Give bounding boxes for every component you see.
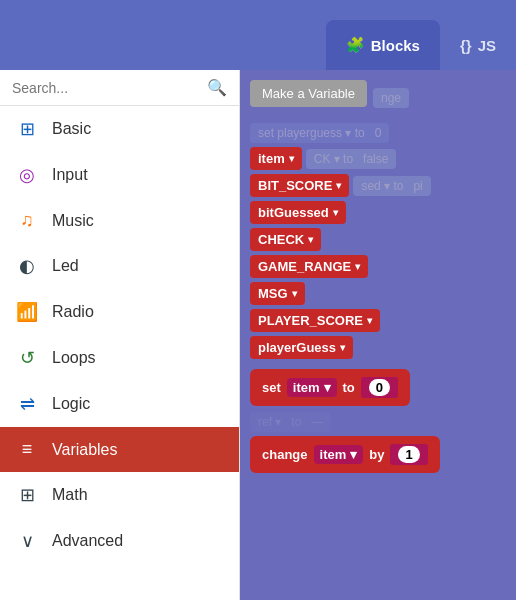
var-arrow-playerscore: ▾ [367, 315, 372, 326]
search-icon: 🔍 [207, 78, 227, 97]
search-input[interactable] [12, 80, 207, 96]
sidebar-item-led[interactable]: ◐ Led [0, 243, 239, 289]
change-var-dropdown[interactable]: item ▾ [314, 445, 364, 464]
sidebar-item-advanced[interactable]: ∨ Advanced [0, 518, 239, 564]
var-label-msg: MSG [258, 286, 288, 301]
tab-blocks-label: Blocks [371, 37, 420, 54]
set-var-name: item [293, 380, 320, 395]
change-prefix: change [262, 447, 308, 462]
ghost-sed-label: sed ▾ to pi [353, 176, 430, 196]
ghost-ck-label: CK ▾ to false [306, 149, 397, 169]
change-block-row: change item ▾ by 1 [250, 436, 506, 479]
sidebar-label-input: Input [52, 166, 88, 184]
sidebar-item-logic[interactable]: ⇌ Logic [0, 381, 239, 427]
sidebar-label-variables: Variables [52, 441, 118, 459]
sidebar-item-basic[interactable]: ⊞ Basic [0, 106, 239, 152]
var-row-playerguess: playerGuess ▾ [250, 336, 506, 359]
var-row-playerscore: PLAYER_SCORE ▾ [250, 309, 506, 332]
var-label-playerguess: playerGuess [258, 340, 336, 355]
var-button-bitguessed[interactable]: bitGuessed ▾ [250, 201, 346, 224]
set-to-label: to [343, 380, 355, 395]
led-icon: ◐ [16, 255, 38, 277]
tab-javascript[interactable]: {} JS [440, 20, 516, 70]
sidebar-label-music: Music [52, 212, 94, 230]
sidebar-label-loops: Loops [52, 349, 96, 367]
ghost-mid-block: ref ▾ to — [250, 412, 331, 432]
set-value-chip: 0 [361, 377, 398, 398]
sidebar-item-variables[interactable]: ≡ Variables [0, 427, 239, 472]
var-arrow-bitscore: ▾ [336, 180, 341, 191]
logic-icon: ⇌ [16, 393, 38, 415]
var-label-playerscore: PLAYER_SCORE [258, 313, 363, 328]
basic-icon: ⊞ [16, 118, 38, 140]
blocks-icon: 🧩 [346, 36, 365, 54]
tab-javascript-label: JS [478, 37, 496, 54]
change-value-num: 1 [398, 446, 419, 463]
ghost-block-set: set playerguess ▾ to 0 [250, 123, 389, 143]
var-button-msg[interactable]: MSG ▾ [250, 282, 305, 305]
math-icon: ⊞ [16, 484, 38, 506]
var-row-msg: MSG ▾ [250, 282, 506, 305]
advanced-icon: ∨ [16, 530, 38, 552]
music-icon: ♫ [16, 210, 38, 231]
var-row-gamerange: GAME_RANGE ▾ [250, 255, 506, 278]
var-button-playerscore[interactable]: PLAYER_SCORE ▾ [250, 309, 380, 332]
var-button-playerguess[interactable]: playerGuess ▾ [250, 336, 353, 359]
var-button-check[interactable]: CHECK ▾ [250, 228, 321, 251]
set-item-block[interactable]: set item ▾ to 0 [250, 369, 410, 406]
sidebar-label-math: Math [52, 486, 88, 504]
var-row-bitscore: BIT_SCORE ▾ sed ▾ to pi [250, 174, 506, 197]
js-icon: {} [460, 37, 472, 54]
tab-blocks[interactable]: 🧩 Blocks [326, 20, 440, 70]
ghost-set-playerguess: set playerguess ▾ to 0 [250, 123, 506, 143]
main-layout: 🔍 ⊞ Basic ◎ Input ♫ Music ◐ Led 📶 Radio … [0, 70, 516, 600]
var-arrow-msg: ▾ [292, 288, 297, 299]
var-row-item: item ▾ CK ▾ to false [250, 147, 506, 170]
var-button-item[interactable]: item ▾ [250, 147, 302, 170]
sidebar-label-logic: Logic [52, 395, 90, 413]
sidebar-label-advanced: Advanced [52, 532, 123, 550]
content-area: Make a Variable nge set playerguess ▾ to… [240, 70, 516, 600]
set-value-num: 0 [369, 379, 390, 396]
set-prefix: set [262, 380, 281, 395]
var-label-check: CHECK [258, 232, 304, 247]
search-bar: 🔍 [0, 70, 239, 106]
var-row-check: CHECK ▾ [250, 228, 506, 251]
var-label-bitguessed: bitGuessed [258, 205, 329, 220]
sidebar-label-led: Led [52, 257, 79, 275]
set-block-row: set item ▾ to 0 [250, 369, 506, 412]
sidebar-label-radio: Radio [52, 303, 94, 321]
loops-icon: ↺ [16, 347, 38, 369]
header-tabs: 🧩 Blocks {} JS [326, 0, 516, 70]
sidebar-label-basic: Basic [52, 120, 91, 138]
sidebar-item-loops[interactable]: ↺ Loops [0, 335, 239, 381]
variables-icon: ≡ [16, 439, 38, 460]
ghost-middle-row: ref ▾ to — [250, 412, 506, 432]
change-by-label: by [369, 447, 384, 462]
ghost-range-label: nge [373, 88, 409, 108]
change-var-arrow: ▾ [350, 447, 357, 462]
set-var-dropdown[interactable]: item ▾ [287, 378, 337, 397]
sidebar-item-math[interactable]: ⊞ Math [0, 472, 239, 518]
set-var-arrow: ▾ [324, 380, 331, 395]
sidebar-item-radio[interactable]: 📶 Radio [0, 289, 239, 335]
sidebar-item-input[interactable]: ◎ Input [0, 152, 239, 198]
sidebar: 🔍 ⊞ Basic ◎ Input ♫ Music ◐ Led 📶 Radio … [0, 70, 240, 600]
change-item-block[interactable]: change item ▾ by 1 [250, 436, 440, 473]
change-value-chip: 1 [390, 444, 427, 465]
var-label-bitscore: BIT_SCORE [258, 178, 332, 193]
var-arrow-playerguess: ▾ [340, 342, 345, 353]
var-button-gamerange[interactable]: GAME_RANGE ▾ [250, 255, 368, 278]
var-arrow-bitguessed: ▾ [333, 207, 338, 218]
var-arrow-gamerange: ▾ [355, 261, 360, 272]
sidebar-item-music[interactable]: ♫ Music [0, 198, 239, 243]
var-button-bitscore[interactable]: BIT_SCORE ▾ [250, 174, 349, 197]
var-label-item: item [258, 151, 285, 166]
var-arrow-check: ▾ [308, 234, 313, 245]
input-icon: ◎ [16, 164, 38, 186]
header: 🧩 Blocks {} JS [0, 0, 516, 70]
var-arrow-item: ▾ [289, 153, 294, 164]
make-variable-button[interactable]: Make a Variable [250, 80, 367, 107]
radio-icon: 📶 [16, 301, 38, 323]
var-row-bitguessed: bitGuessed ▾ [250, 201, 506, 224]
